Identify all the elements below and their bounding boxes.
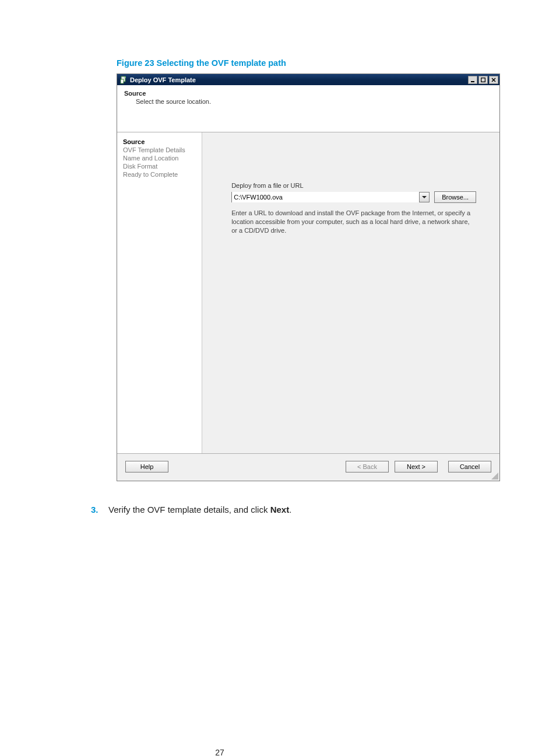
sidebar-step-source[interactable]: Source (123, 138, 196, 145)
resize-grip-icon[interactable] (491, 473, 498, 480)
source-field-label: Deploy from a file or URL (231, 182, 476, 189)
svg-rect-3 (481, 78, 485, 82)
svg-rect-2 (471, 81, 474, 82)
sidebar-step-name-location[interactable]: Name and Location (123, 155, 196, 162)
figure-caption: Figure 23 Selecting the OVF template pat… (117, 58, 500, 68)
help-button[interactable]: Help (125, 461, 168, 473)
window-title: Deploy OVF Template (130, 76, 196, 83)
deploy-ovf-dialog: Deploy OVF Template Source Select the so… (117, 74, 500, 481)
cancel-button[interactable]: Cancel (448, 461, 491, 473)
chevron-down-icon[interactable] (419, 192, 429, 202)
app-icon (119, 76, 128, 84)
close-button[interactable] (489, 76, 498, 84)
wizard-step-subtitle: Select the source location. (136, 98, 492, 105)
svg-rect-1 (121, 79, 124, 83)
next-button[interactable]: Next > (395, 461, 438, 473)
maximize-button[interactable] (478, 76, 488, 84)
source-path-combobox[interactable] (231, 192, 430, 202)
instruction-step-3: Verify the OVF template details, and cli… (91, 505, 500, 514)
sidebar-step-ovf-details[interactable]: OVF Template Details (123, 146, 196, 153)
back-button[interactable]: < Back (346, 461, 389, 473)
wizard-step-title: Source (124, 90, 492, 97)
wizard-header: Source Select the source location. (117, 85, 499, 132)
wizard-steps-sidebar: Source OVF Template Details Name and Loc… (117, 132, 202, 453)
wizard-footer: Help < Back Next > Cancel (117, 453, 499, 481)
sidebar-step-disk-format[interactable]: Disk Format (123, 163, 196, 170)
wizard-main-panel: Deploy from a file or URL Browse... Ente… (202, 132, 499, 453)
minimize-button[interactable] (468, 76, 477, 84)
source-hint-text: Enter a URL to download and install the … (231, 209, 470, 235)
source-path-input[interactable] (232, 192, 419, 202)
titlebar: Deploy OVF Template (117, 74, 499, 85)
sidebar-step-ready[interactable]: Ready to Complete (123, 171, 196, 178)
window-controls (468, 76, 498, 84)
page-number: 27 (0, 748, 556, 756)
browse-button[interactable]: Browse... (434, 191, 476, 203)
